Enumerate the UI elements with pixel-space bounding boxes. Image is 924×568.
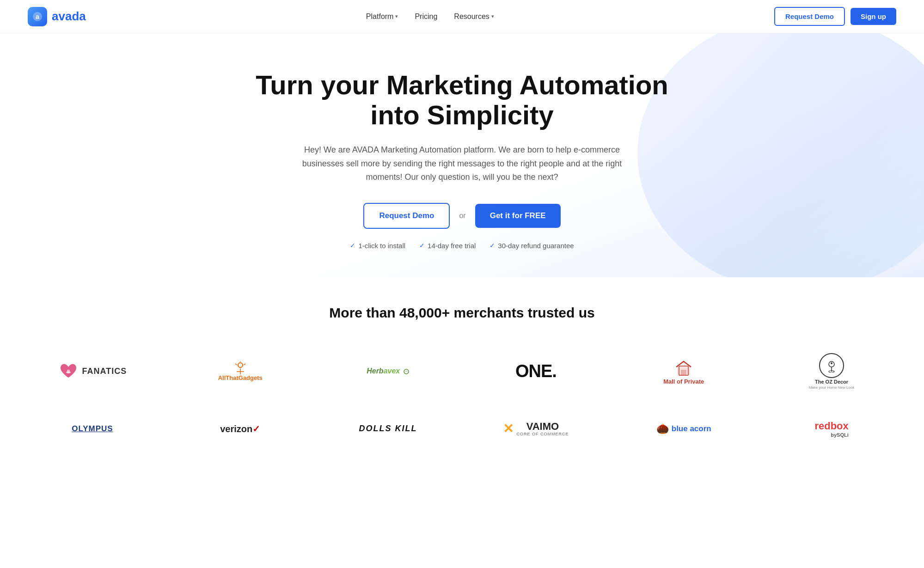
- svg-text:a: a: [36, 13, 39, 20]
- logo-dollskill: DOLLS KILL: [314, 408, 462, 450]
- nav-signup-button[interactable]: Sign up: [851, 8, 896, 25]
- hero-content: Turn your Marketing Automation into Simp…: [231, 70, 693, 250]
- nav-request-demo-button[interactable]: Request Demo: [774, 7, 845, 26]
- check-icon-trial: ✓: [419, 242, 425, 249]
- logo-text: avada: [52, 9, 86, 24]
- logo-one: ONE.: [462, 350, 610, 392]
- hero-perks: ✓ 1-click to install ✓ 14-day free trial…: [231, 242, 693, 250]
- logo-row-1: FANATICS AllThatGadgets Herbavex: [18, 344, 906, 399]
- logo-mallofprivate: ★ Mall of Private: [610, 348, 758, 394]
- nav-pricing[interactable]: Pricing: [415, 12, 437, 21]
- hero-or-text: or: [459, 212, 465, 220]
- svg-line-8: [235, 364, 237, 365]
- trusted-section: More than 48,000+ merchants trusted us F…: [0, 277, 924, 477]
- trusted-title: More than 48,000+ merchants trusted us: [18, 305, 906, 321]
- svg-rect-3: [66, 372, 71, 373]
- logo-blueacorn: 🌰 blue acorn: [610, 408, 758, 450]
- fanatics-heart-icon: [58, 361, 79, 381]
- svg-rect-13: [681, 370, 686, 375]
- logo-link[interactable]: a avada: [28, 7, 86, 26]
- logo-row-2: OLYMPUS verizon✓ DOLLS KILL ✕ VAIMO CORE…: [18, 408, 906, 450]
- hero-cta-group: Request Demo or Get it for FREE: [231, 203, 693, 229]
- ozdecor-circle-icon: [819, 353, 844, 378]
- logo-ozdecor: The OZ Decor Make your Home New Look: [758, 344, 906, 399]
- blueacorn-icon: 🌰: [656, 423, 669, 435]
- hero-get-free-button[interactable]: Get it for FREE: [475, 204, 561, 228]
- logo-allthatgadgets: AllThatGadgets: [166, 350, 314, 392]
- platform-chevron-icon: ▾: [395, 13, 398, 19]
- perk-refund: ✓ 30-day refund guarantee: [490, 242, 574, 250]
- svg-point-4: [238, 363, 243, 367]
- nav-resources[interactable]: Resources ▾: [454, 12, 494, 21]
- nav-links: Platform ▾ Pricing Resources ▾: [366, 12, 494, 21]
- hero-title: Turn your Marketing Automation into Simp…: [231, 70, 693, 130]
- check-icon-refund: ✓: [490, 242, 495, 249]
- fanatics-label: FANATICS: [82, 366, 127, 376]
- perk-install: ✓ 1-click to install: [350, 242, 405, 250]
- check-icon-install: ✓: [350, 242, 355, 249]
- logo-redbox: redboxbySQLi: [758, 408, 906, 450]
- navbar: a avada Platform ▾ Pricing Resources ▾ R…: [0, 0, 924, 33]
- logo-icon: a: [28, 7, 47, 26]
- resources-chevron-icon: ▾: [491, 13, 494, 19]
- nav-actions: Request Demo Sign up: [774, 7, 896, 26]
- hero-section: Turn your Marketing Automation into Simp…: [0, 33, 924, 277]
- logo-herbavex: Herbavex: [314, 350, 462, 392]
- hero-subtitle: Hey! We are AVADA Marketing Automation p…: [296, 143, 629, 184]
- nav-platform[interactable]: Platform ▾: [366, 12, 398, 21]
- hero-request-demo-button[interactable]: Request Demo: [363, 203, 450, 229]
- svg-line-9: [244, 364, 245, 365]
- perk-trial: ✓ 14-day free trial: [419, 242, 476, 250]
- svg-point-18: [831, 362, 832, 364]
- logo-fanatics: FANATICS: [18, 350, 166, 392]
- logo-olympus: OLYMPUS: [18, 408, 166, 450]
- logo-verizon: verizon✓: [166, 408, 314, 450]
- logo-vaimo: ✕ VAIMO CORE OF COMMERCE: [462, 408, 610, 450]
